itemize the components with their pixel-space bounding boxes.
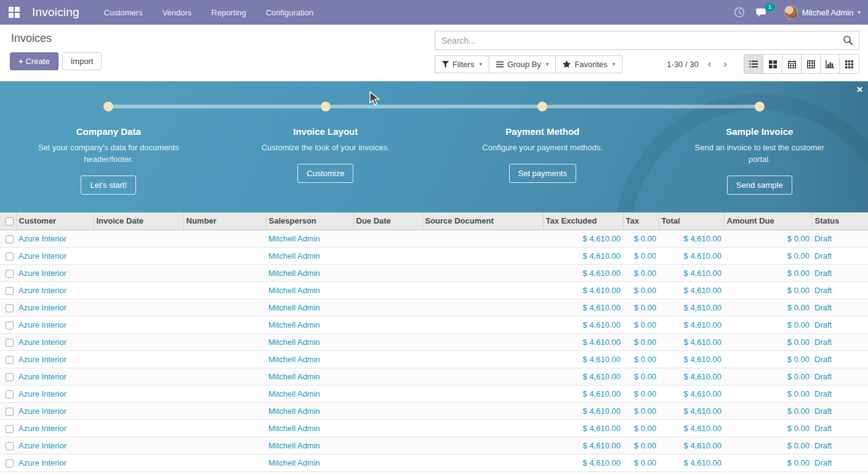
cell-invoice-date (94, 350, 183, 368)
cell-amount-due: $ 0.00 (724, 437, 812, 454)
table-row[interactable]: Azure InteriorMitchell Admin$ 4,610.00$ … (0, 230, 868, 247)
cell-number (183, 281, 266, 299)
table-row[interactable]: Azure InteriorMitchell Admin$ 4,610.00$ … (0, 316, 868, 333)
cell-invoice-date (94, 385, 183, 402)
cell-amount-due: $ 0.00 (724, 385, 812, 402)
row-checkbox[interactable] (6, 321, 14, 329)
onboarding-step-sample-invoice: Sample Invoice Send an invoice to test t… (651, 81, 868, 212)
table-row[interactable]: Azure InteriorMitchell Admin$ 4,610.00$ … (0, 299, 868, 316)
col-header-tax[interactable]: Tax (623, 212, 659, 230)
table-row[interactable]: Azure InteriorMitchell Admin$ 4,610.00$ … (0, 368, 868, 385)
cell-salesperson: Mitchell Admin (266, 264, 353, 281)
row-checkbox[interactable] (6, 459, 14, 467)
apps-menu-icon[interactable] (0, 0, 28, 25)
table-row[interactable]: Azure InteriorMitchell Admin$ 4,610.00$ … (0, 419, 868, 437)
row-checkbox[interactable] (6, 235, 14, 243)
table-row[interactable]: Azure InteriorMitchell Admin$ 4,610.00$ … (0, 281, 868, 299)
row-checkbox[interactable] (6, 408, 14, 416)
cell-number (183, 454, 266, 471)
col-header-number[interactable]: Number (183, 212, 266, 230)
col-header-due-date[interactable]: Due Date (353, 212, 422, 230)
view-pivot-icon[interactable] (802, 55, 821, 73)
view-activity-icon[interactable] (840, 55, 859, 73)
cell-amount-due: $ 0.00 (724, 264, 812, 281)
row-checkbox[interactable] (6, 390, 14, 398)
table-row[interactable]: Azure InteriorMitchell Admin$ 4,610.00$ … (0, 264, 868, 281)
row-checkbox[interactable] (6, 270, 14, 278)
cell-status: Draft (812, 247, 868, 264)
set-payments-button[interactable]: Set payments (509, 164, 577, 183)
step-description: Set your company's data for documents he… (38, 142, 179, 166)
menu-vendors[interactable]: Vendors (154, 0, 201, 25)
table-row[interactable]: Azure InteriorMitchell Admin$ 4,610.00$ … (0, 402, 868, 419)
app-title[interactable]: Invoicing (28, 6, 95, 19)
cell-source-document (422, 368, 543, 385)
cell-customer: Azure Interior (16, 230, 94, 247)
col-header-tax-excluded[interactable]: Tax Excluded (543, 212, 623, 230)
cell-number (183, 402, 266, 419)
row-checkbox[interactable] (6, 425, 14, 433)
pager-prev-icon[interactable]: ‹ (705, 58, 715, 70)
user-menu[interactable]: Mitchell Admin ▾ (784, 6, 861, 19)
pager-next-icon[interactable]: › (720, 58, 730, 70)
row-checkbox[interactable] (6, 373, 14, 381)
menu-configuration[interactable]: Configuration (257, 0, 322, 25)
table-row[interactable]: Azure InteriorMitchell Admin$ 4,610.00$ … (0, 333, 868, 350)
search-input[interactable] (435, 36, 837, 46)
create-button[interactable]: +Create (10, 52, 58, 70)
customize-button[interactable]: Customize (297, 164, 353, 183)
col-header-invoice-date[interactable]: Invoice Date (94, 212, 183, 230)
lets-start-button[interactable]: Let's start! (81, 176, 136, 195)
menu-customers[interactable]: Customers (95, 0, 151, 25)
cell-tax: $ 0.00 (623, 385, 659, 402)
menu-reporting[interactable]: Reporting (203, 0, 254, 25)
col-header-total[interactable]: Total (659, 212, 724, 230)
cell-amount-due: $ 0.00 (724, 333, 812, 350)
messages-icon[interactable]: 1 (756, 7, 767, 18)
table-row[interactable]: Azure InteriorMitchell Admin$ 4,610.00$ … (0, 385, 868, 402)
cell-amount-due: $ 0.00 (724, 402, 812, 419)
col-header-status[interactable]: Status (812, 212, 868, 230)
row-checkbox[interactable] (6, 287, 14, 295)
search-icon[interactable] (837, 35, 859, 46)
table-row[interactable]: Azure InteriorMitchell Admin$ 4,610.00$ … (0, 454, 868, 471)
cell-source-document (422, 281, 543, 299)
view-list-icon[interactable] (744, 55, 763, 73)
filters-button[interactable]: Filters ▾ (435, 55, 489, 73)
view-calendar-icon[interactable] (782, 55, 802, 73)
cell-invoice-date (94, 247, 183, 264)
cell-status: Draft (812, 281, 868, 299)
cell-number (183, 385, 266, 402)
cell-tax-excluded: $ 4,610.00 (543, 281, 623, 299)
table-row[interactable]: Azure InteriorMitchell Admin$ 4,610.00$ … (0, 437, 868, 454)
close-icon[interactable]: ✕ (856, 85, 863, 94)
group-by-button[interactable]: Group By ▾ (489, 55, 556, 73)
cell-status: Draft (812, 350, 868, 368)
row-checkbox[interactable] (6, 339, 14, 347)
col-header-source-document[interactable]: Source Document (422, 212, 543, 230)
cell-salesperson: Mitchell Admin (266, 385, 353, 402)
cell-customer: Azure Interior (16, 299, 94, 316)
row-checkbox[interactable] (6, 304, 14, 312)
cell-due-date (353, 333, 422, 350)
row-checkbox[interactable] (6, 253, 14, 261)
cell-invoice-date (94, 299, 183, 316)
col-header-amount-due[interactable]: Amount Due (724, 212, 812, 230)
send-sample-button[interactable]: Send sample (727, 176, 792, 195)
col-header-salesperson[interactable]: Salesperson (266, 212, 353, 230)
row-checkbox[interactable] (6, 442, 14, 450)
activities-clock-icon[interactable] (734, 7, 745, 18)
cell-tax: $ 0.00 (623, 281, 659, 299)
select-all-checkbox[interactable] (6, 217, 14, 225)
favorites-button[interactable]: Favorites ▾ (555, 55, 622, 73)
table-row[interactable]: Azure InteriorMitchell Admin$ 4,610.00$ … (0, 247, 868, 264)
col-header-customer[interactable]: Customer (16, 212, 94, 230)
row-checkbox[interactable] (6, 356, 14, 364)
cell-tax: $ 0.00 (623, 368, 659, 385)
view-kanban-icon[interactable] (763, 55, 782, 73)
cell-total: $ 4,610.00 (659, 316, 724, 333)
view-graph-icon[interactable] (821, 55, 840, 73)
table-row[interactable]: Azure InteriorMitchell Admin$ 4,610.00$ … (0, 350, 868, 368)
cell-invoice-date (94, 419, 183, 437)
import-button[interactable]: Import (62, 52, 102, 70)
